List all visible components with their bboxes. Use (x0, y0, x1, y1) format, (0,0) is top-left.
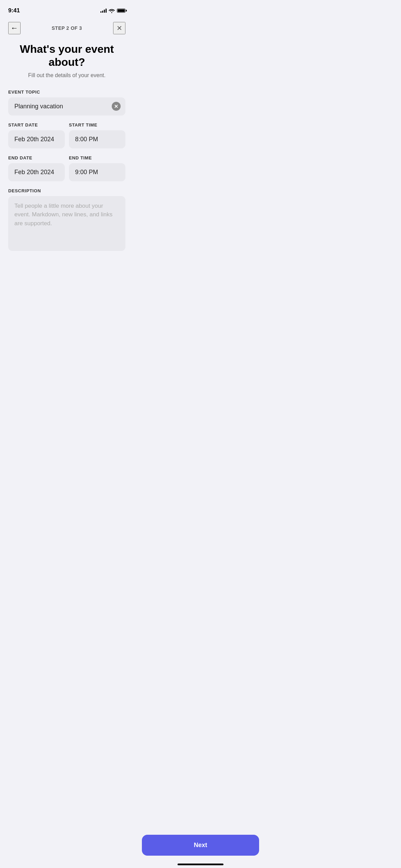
status-bar: 9:41 (0, 0, 134, 16)
wifi-icon (109, 9, 115, 13)
start-time-input[interactable] (69, 130, 125, 148)
description-label: DESCRIPTION (8, 188, 125, 193)
clear-topic-button[interactable] (112, 102, 121, 111)
signal-icon (100, 9, 107, 13)
step-indicator: STEP 2 OF 3 (52, 25, 82, 31)
start-row: START DATE START TIME (8, 122, 125, 155)
nav-bar: ← STEP 2 OF 3 ✕ (0, 16, 134, 40)
start-date-section: START DATE (8, 122, 65, 148)
page-title: What's your event about? (8, 43, 125, 69)
start-date-input[interactable] (8, 130, 65, 148)
end-time-label: END TIME (69, 155, 125, 160)
status-time: 9:41 (8, 7, 20, 14)
event-topic-input[interactable] (8, 97, 125, 116)
event-topic-wrapper (8, 97, 125, 116)
end-row: END DATE END TIME (8, 155, 125, 188)
description-input[interactable] (8, 196, 125, 251)
start-time-label: START TIME (69, 122, 125, 128)
description-section: DESCRIPTION (8, 188, 125, 252)
battery-icon (117, 9, 125, 13)
end-time-section: END TIME (69, 155, 125, 181)
start-date-label: START DATE (8, 122, 65, 128)
end-date-input[interactable] (8, 163, 65, 181)
end-date-section: END DATE (8, 155, 65, 181)
end-time-input[interactable] (69, 163, 125, 181)
close-button[interactable]: ✕ (113, 22, 125, 34)
end-date-label: END DATE (8, 155, 65, 160)
back-button[interactable]: ← (8, 22, 21, 34)
start-time-section: START TIME (69, 122, 125, 148)
main-content: What's your event about? Fill out the de… (0, 40, 134, 307)
page-subtitle: Fill out the details of your event. (8, 72, 125, 79)
event-topic-label: EVENT TOPIC (8, 89, 125, 95)
event-topic-section: EVENT TOPIC (8, 89, 125, 116)
status-icons (100, 9, 125, 13)
